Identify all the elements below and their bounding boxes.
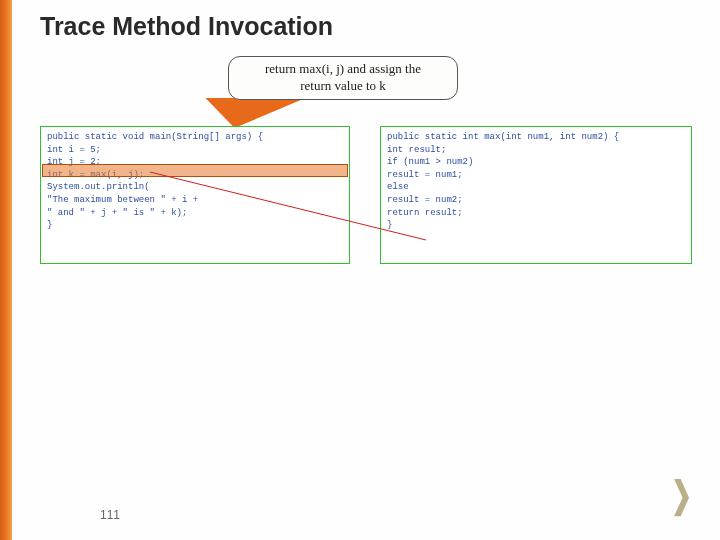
- page-number: 111: [100, 508, 120, 522]
- code-highlight: [42, 164, 348, 177]
- code-line: return result;: [387, 207, 685, 220]
- slide: Trace Method Invocation return max(i, j)…: [0, 0, 720, 540]
- code-line: if (num1 > num2): [387, 156, 685, 169]
- code-box-max: public static int max(int num1, int num2…: [380, 126, 692, 264]
- chevron-icon: ❯: [671, 474, 692, 516]
- callout-line2: return value to k: [229, 78, 457, 95]
- callout-box: return max(i, j) and assign the return v…: [228, 56, 458, 100]
- code-line: public static int max(int num1, int num2…: [387, 131, 685, 144]
- slide-title: Trace Method Invocation: [40, 12, 333, 41]
- callout-tail-fill: [240, 97, 290, 117]
- code-line: int result;: [387, 144, 685, 157]
- code-box-main: public static void main(String[] args) {…: [40, 126, 350, 264]
- code-line: " and " + j + " is " + k);: [47, 207, 343, 220]
- code-line: }: [387, 219, 685, 232]
- code-line: public static void main(String[] args) {: [47, 131, 343, 144]
- code-line: else: [387, 181, 685, 194]
- code-line: System.out.println(: [47, 181, 343, 194]
- code-line: int i = 5;: [47, 144, 343, 157]
- code-line: result = num2;: [387, 194, 685, 207]
- callout-line1: return max(i, j) and assign the: [229, 61, 457, 78]
- code-line: "The maximum between " + i +: [47, 194, 343, 207]
- accent-bar: [0, 0, 12, 540]
- code-line: }: [47, 219, 343, 232]
- code-line: result = num1;: [387, 169, 685, 182]
